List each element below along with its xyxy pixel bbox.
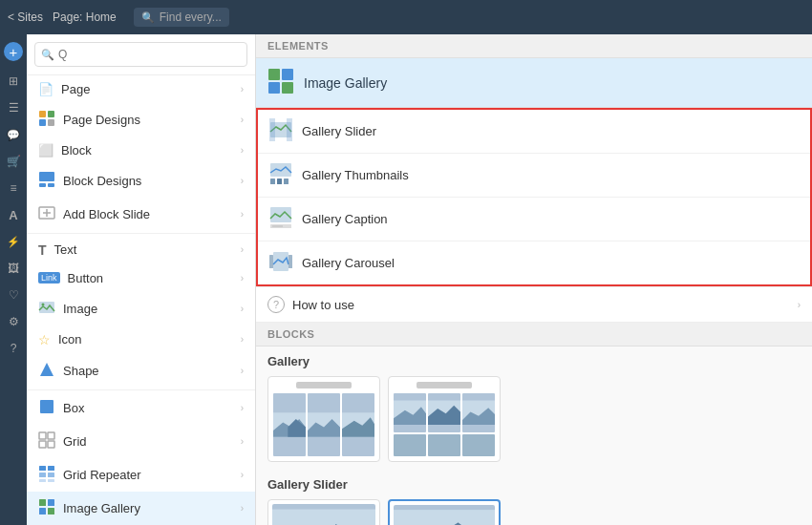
chevron-right-icon: ›: [241, 366, 244, 376]
toolbar-icon-store[interactable]: 🛒: [3, 151, 24, 172]
svg-rect-12: [40, 400, 53, 413]
sidebar-item-label: Icon: [58, 332, 82, 346]
svg-rect-0: [39, 111, 46, 117]
svg-rect-50: [272, 510, 375, 525]
gallery-block-card-1[interactable]: [267, 376, 380, 462]
svg-rect-1: [48, 111, 54, 117]
toolbar-icon-heart[interactable]: ♡: [3, 284, 24, 305]
option-gallery-slider[interactable]: Gallery Slider: [258, 110, 810, 154]
grid-icon: [38, 431, 55, 452]
sidebar-item-block[interactable]: ⬜ Block ›: [27, 136, 255, 164]
add-element-button[interactable]: +: [4, 42, 23, 61]
shape-icon: [38, 361, 55, 381]
sidebar-item-box[interactable]: Box ›: [27, 391, 255, 425]
toolbar-icon-chat[interactable]: ☰: [3, 97, 24, 118]
left-toolbar: + ⊞ ☰ 💬 🛒 ≡ A ⚡ 🖼 ♡ ⚙ ?: [0, 0, 27, 525]
gallery-carousel-icon: [269, 250, 292, 276]
add-block-slide-icon: [38, 204, 55, 224]
gallery-thumbnails-icon: [269, 162, 292, 188]
gallery-slider-card-1[interactable]: ‹ ›: [267, 499, 380, 525]
element-search-input[interactable]: [34, 42, 247, 67]
toolbar-icon-text[interactable]: A: [3, 204, 24, 225]
gallery-slider-blocks-grid: ‹ › ‹ ›: [256, 495, 812, 525]
chevron-right-icon: ›: [241, 503, 244, 514]
how-to-use-label: How to use: [292, 298, 354, 312]
toolbar-icon-lightning[interactable]: ⚡: [3, 231, 24, 252]
chevron-right-icon: ›: [241, 145, 244, 156]
sidebar-item-label: Block: [61, 143, 92, 158]
option-gallery-thumbnails[interactable]: Gallery Thumbnails: [258, 154, 810, 198]
sidebar-item-image[interactable]: Image ›: [27, 292, 255, 326]
option-gallery-caption[interactable]: Gallery Caption: [258, 198, 810, 242]
chevron-right-icon: ›: [241, 403, 244, 413]
sidebar-item-icon[interactable]: ☆ Icon ›: [27, 326, 255, 354]
block-designs-icon: [38, 171, 55, 191]
svg-rect-6: [48, 183, 54, 187]
blocks-section-header: BLOCKS: [256, 323, 812, 346]
how-to-use-row[interactable]: ? How to use ›: [256, 286, 812, 323]
sidebar-item-image-gallery[interactable]: Image Gallery ›: [27, 492, 255, 525]
svg-rect-17: [39, 466, 46, 471]
sidebar-item-shape[interactable]: Shape ›: [27, 354, 255, 388]
svg-rect-16: [48, 441, 54, 448]
gallery-block-card-2[interactable]: [388, 376, 501, 462]
gallery-slider-icon: [269, 118, 292, 144]
sidebar-item-label: Page: [61, 82, 90, 96]
chevron-right-icon: ›: [241, 209, 244, 220]
svg-rect-25: [39, 508, 46, 514]
option-label: Gallery Carousel: [302, 256, 395, 270]
svg-rect-23: [39, 499, 46, 506]
chevron-right-icon: ›: [241, 273, 244, 284]
svg-rect-4: [39, 172, 54, 181]
svg-rect-42: [269, 255, 273, 268]
sidebar-item-label: Box: [63, 401, 84, 415]
toolbar-icon-menu[interactable]: ≡: [3, 178, 24, 199]
page-icon: 📄: [38, 82, 53, 96]
sites-link[interactable]: < Sites: [8, 10, 43, 24]
sidebar-item-grid[interactable]: Grid ›: [27, 425, 255, 458]
chevron-right-icon: ›: [241, 334, 244, 345]
toolbar-icon-image[interactable]: 🖼: [3, 258, 24, 279]
sidebar-item-button[interactable]: Link Button ›: [27, 264, 255, 292]
option-image-gallery[interactable]: Image Gallery: [256, 58, 812, 108]
chevron-right-icon: ›: [241, 244, 244, 255]
chevron-right-icon: ›: [241, 84, 244, 94]
svg-rect-3: [48, 119, 54, 126]
sidebar-item-add-block-slide[interactable]: Add Block Slide ›: [27, 198, 255, 231]
svg-rect-43: [288, 255, 292, 268]
icon-star-icon: ☆: [38, 332, 51, 347]
sidebar-item-grid-repeater[interactable]: Grid Repeater ›: [27, 458, 255, 492]
sidebar-item-block-designs[interactable]: Block Designs ›: [27, 164, 255, 198]
option-label: Gallery Slider: [302, 124, 376, 138]
svg-rect-51: [394, 510, 495, 525]
svg-rect-29: [268, 82, 280, 94]
svg-rect-30: [282, 82, 293, 94]
sidebar-item-label: Image: [63, 302, 97, 316]
sidebar-item-label: Image Gallery: [63, 501, 140, 515]
gallery-caption-icon: [269, 206, 292, 232]
elements-detail-panel: ELEMENTS Image Gallery Gallery Slider: [256, 34, 812, 525]
gallery-variants-group: Gallery Slider Gallery Thumbnails Galler…: [256, 108, 812, 286]
svg-rect-37: [284, 178, 288, 184]
search-bar[interactable]: 🔍 Find every...: [134, 8, 229, 27]
option-gallery-carousel[interactable]: Gallery Carousel: [258, 242, 810, 284]
sidebar-item-text[interactable]: T Text ›: [27, 236, 255, 264]
help-circle-icon: ?: [267, 296, 285, 313]
sidebar-item-page[interactable]: 📄 Page ›: [27, 75, 255, 103]
toolbar-icon-comments[interactable]: 💬: [3, 124, 24, 145]
chevron-right-icon: ›: [241, 304, 244, 314]
svg-rect-28: [282, 69, 293, 80]
toolbar-icon-settings[interactable]: ⚙: [3, 311, 24, 332]
gallery-slider-card-2[interactable]: ‹ ›: [388, 499, 501, 525]
chevron-right-icon: ›: [241, 176, 244, 186]
svg-rect-35: [270, 178, 275, 184]
svg-rect-15: [39, 441, 46, 448]
page-designs-icon: [38, 110, 55, 130]
toolbar-icon-pages[interactable]: ⊞: [3, 71, 24, 92]
chevron-right-icon: ›: [241, 470, 244, 480]
sidebar-item-page-designs[interactable]: Page Designs ›: [27, 103, 255, 136]
toolbar-icon-help[interactable]: ?: [3, 338, 24, 359]
svg-rect-5: [39, 183, 46, 187]
gallery-slider-blocks-title: Gallery Slider: [256, 473, 812, 495]
button-icon: Link: [38, 272, 60, 284]
